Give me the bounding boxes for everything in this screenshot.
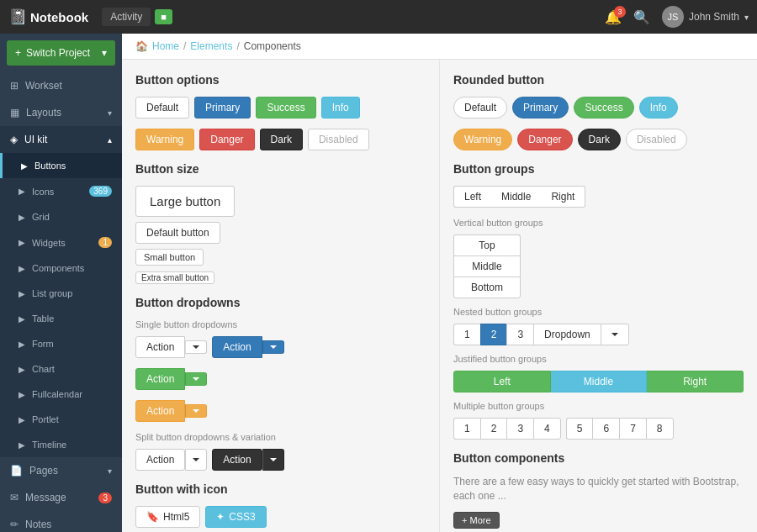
vertical-bottom-btn[interactable]: Bottom	[453, 277, 521, 298]
nested-3-btn[interactable]: 3	[506, 324, 533, 345]
sidebar-item-buttons[interactable]: ▶ Buttons	[0, 153, 122, 178]
multi-6[interactable]: 6	[592, 418, 619, 440]
sidebar-item-grid[interactable]: ▶ Grid	[0, 204, 122, 229]
nested-dropdown[interactable]: Dropdown	[533, 324, 629, 345]
user-chevron-icon: ▾	[744, 13, 749, 22]
sidebar-item-form[interactable]: ▶ Form	[0, 331, 122, 356]
user-menu[interactable]: JS John Smith ▾	[662, 6, 749, 28]
sidebar-item-message[interactable]: ✉ Message 3	[0, 484, 122, 511]
rbtn-success[interactable]: Success	[574, 97, 633, 119]
multi-4[interactable]: 4	[533, 418, 561, 440]
btn-danger[interactable]: Danger	[199, 129, 254, 150]
btn-default-size[interactable]: Default button	[135, 222, 220, 244]
dropdown-primary-caret[interactable]	[262, 340, 284, 354]
split-dark-btn[interactable]: Action	[212, 449, 262, 471]
btn-sm[interactable]: Small button	[135, 249, 204, 266]
sidebar-item-fullcalendar[interactable]: ▶ Fullcalendar	[0, 382, 122, 407]
dropdown-warning-caret[interactable]	[185, 404, 207, 418]
dropdown-default-btn[interactable]: Action	[135, 336, 185, 358]
breadcrumb-elements[interactable]: Elements	[190, 40, 232, 52]
dropdown-default-caret[interactable]	[185, 340, 207, 354]
group-middle-btn[interactable]: Middle	[491, 186, 541, 208]
btn-css3[interactable]: ✦ CSS3	[205, 506, 266, 528]
multi-5[interactable]: 5	[566, 418, 593, 440]
justified-middle-btn[interactable]: Middle	[551, 371, 648, 392]
group-left-btn[interactable]: Left	[453, 186, 491, 208]
sidebar-item-layouts[interactable]: ▦ Layouts ▾	[0, 99, 122, 126]
search-icon[interactable]: 🔍	[633, 9, 650, 25]
button-size-title: Button size	[135, 162, 426, 176]
rbtn-dark[interactable]: Dark	[578, 129, 621, 150]
sidebar-item-components[interactable]: ▶ Components	[0, 255, 122, 281]
more-button[interactable]: + More	[453, 512, 500, 529]
right-panel: Rounded button Default Primary Success I…	[440, 60, 757, 532]
vertical-group: Top Middle Bottom	[453, 234, 521, 298]
multi-8[interactable]: 8	[646, 418, 674, 440]
breadcrumb: 🏠 Home / Elements / Components	[122, 34, 757, 60]
sidebar-item-workset[interactable]: ⊞ Workset	[0, 72, 122, 99]
rbtn-danger[interactable]: Danger	[517, 129, 572, 150]
nested-dropdown-caret[interactable]	[601, 324, 629, 345]
btn-default[interactable]: Default	[135, 97, 189, 119]
justified-right-btn[interactable]: Right	[647, 371, 744, 392]
multi-3[interactable]: 3	[506, 418, 533, 440]
sidebar-item-label: Grid	[32, 212, 50, 222]
justified-left-btn[interactable]: Left	[453, 371, 551, 392]
vertical-middle-btn[interactable]: Middle	[453, 255, 521, 277]
nested-2-btn[interactable]: 2	[480, 324, 507, 345]
btn-info[interactable]: Info	[321, 97, 360, 119]
dropdown-success[interactable]: Action	[135, 368, 207, 390]
split-default-caret[interactable]	[185, 449, 207, 471]
rbtn-warning[interactable]: Warning	[453, 129, 512, 150]
dropdown-success-btn[interactable]: Action	[135, 368, 185, 390]
sidebar-item-table[interactable]: ▶ Table	[0, 306, 122, 331]
sidebar-item-icons[interactable]: ▶ Icons 369	[0, 178, 122, 204]
btn-lg[interactable]: Large button	[135, 186, 235, 217]
button-groups-title: Button groups	[453, 162, 744, 176]
topbar: 📓 Notebook Activity ■ 🔔 3 🔍 JS John Smit…	[0, 0, 757, 34]
btn-xs[interactable]: Extra small button	[135, 271, 214, 284]
multi-2[interactable]: 2	[480, 418, 507, 440]
sidebar-item-pages[interactable]: 📄 Pages ▾	[0, 457, 122, 484]
dropdown-primary[interactable]: Action	[212, 336, 283, 358]
sidebar-item-label: Timeline	[32, 440, 66, 450]
dropdown-primary-btn[interactable]: Action	[212, 336, 262, 358]
rbtn-info[interactable]: Info	[639, 97, 678, 119]
sidebar-item-timeline[interactable]: ▶ Timeline	[0, 432, 122, 457]
btn-warning[interactable]: Warning	[135, 129, 194, 150]
btn-success[interactable]: Success	[256, 97, 315, 119]
sidebar-item-listgroup[interactable]: ▶ List group	[0, 281, 122, 306]
sidebar-item-notes[interactable]: ✏ Notes	[0, 511, 122, 532]
dropdown-warning[interactable]: Action	[135, 400, 207, 422]
rbtn-default[interactable]: Default	[453, 97, 507, 119]
sidebar-item-uikit[interactable]: ◈ UI kit ▴	[0, 126, 122, 153]
topbar-logo-text: Notebook	[30, 10, 88, 24]
dropdown-warning-btn[interactable]: Action	[135, 400, 185, 422]
nested-1-btn[interactable]: 1	[453, 324, 480, 345]
nested-dropdown-btn[interactable]: Dropdown	[533, 324, 601, 345]
dropdown-success-caret[interactable]	[185, 372, 207, 386]
notifications-icon[interactable]: 🔔 3	[605, 9, 622, 25]
sidebar-item-widgets[interactable]: ▶ Widgets 1	[0, 229, 122, 255]
btn-dark[interactable]: Dark	[260, 129, 303, 150]
btn-html5[interactable]: 🔖 Html5	[135, 506, 200, 528]
sidebar-item-chart[interactable]: ▶ Chart	[0, 356, 122, 382]
group-right-btn[interactable]: Right	[541, 186, 585, 208]
multi-1[interactable]: 1	[453, 418, 480, 440]
dropdown-default[interactable]: Action	[135, 336, 207, 358]
switch-project-button[interactable]: + Switch Project ▾	[7, 40, 115, 66]
listgroup-bullet: ▶	[19, 289, 25, 298]
split-default-btn[interactable]: Action	[135, 449, 185, 471]
topbar-right: 🔔 3 🔍 JS John Smith ▾	[605, 6, 749, 28]
group-left-middle-right: Left Middle Right	[453, 186, 585, 208]
vertical-top-btn[interactable]: Top	[453, 234, 521, 255]
rbtn-primary[interactable]: Primary	[512, 97, 569, 119]
sidebar-item-label: Message	[25, 492, 66, 503]
split-subtitle: Split button dropdowns & variation	[135, 432, 426, 442]
sidebar-item-portlet[interactable]: ▶ Portlet	[0, 407, 122, 432]
btn-primary[interactable]: Primary	[194, 97, 251, 119]
topbar-activity-tab[interactable]: Activity	[102, 8, 151, 26]
split-dark-caret[interactable]	[262, 449, 284, 471]
breadcrumb-home[interactable]: Home	[152, 40, 179, 52]
multi-7[interactable]: 7	[619, 418, 646, 440]
